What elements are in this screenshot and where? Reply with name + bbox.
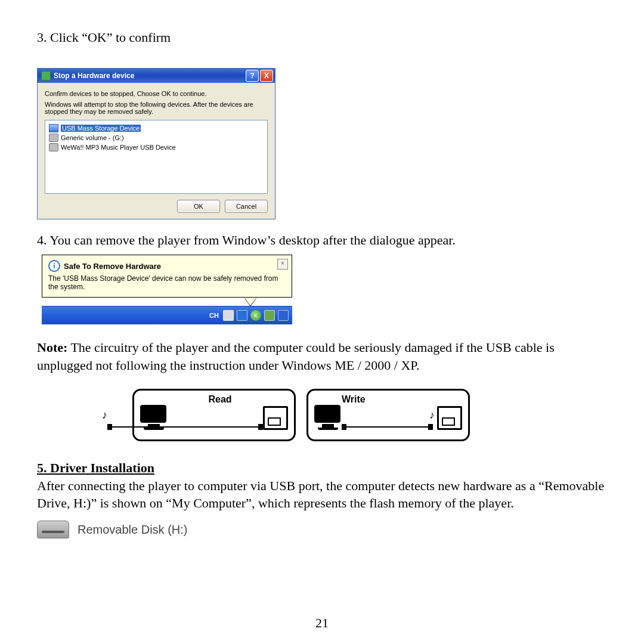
device-list[interactable]: USB Mass Storage Device Generic volume -… <box>45 120 268 194</box>
dialog-titlebar: Stop a Hardware device ? X <box>38 69 275 83</box>
player-device-icon <box>437 406 462 430</box>
info-icon: i <box>48 260 60 272</box>
player-device-icon <box>263 406 288 430</box>
page-number: 21 <box>0 615 644 631</box>
safe-remove-screenshot: i Safe To Remove Hardware × The 'USB Mas… <box>42 255 292 324</box>
dialog-button-row: OK Cancel <box>45 200 268 213</box>
balloon-title: Safe To Remove Hardware <box>64 262 161 271</box>
balloon-tail <box>244 298 256 306</box>
list-item[interactable]: Generic volume - (G:) <box>49 134 264 142</box>
dialog-message-2: Windows will attempt to stop the followi… <box>45 101 268 115</box>
cable-icon <box>342 424 433 430</box>
read-panel: Read ♪ <box>132 389 296 441</box>
note-label: Note: <box>37 340 67 355</box>
tray-expand-icon[interactable]: < <box>250 310 261 321</box>
section-5: 5. Driver Installation After connecting … <box>37 460 608 512</box>
step-3-text: 3. Click “OK” to confirm <box>37 29 608 47</box>
list-item[interactable]: USB Mass Storage Device <box>49 124 264 132</box>
read-label: Read <box>152 394 288 405</box>
manual-page: 3. Click “OK” to confirm Stop a Hardware… <box>0 0 644 644</box>
monitor-icon <box>314 405 342 430</box>
balloon-header: i Safe To Remove Hardware <box>48 260 286 272</box>
usb-device-icon <box>49 124 58 132</box>
help-tray-icon[interactable] <box>237 310 247 321</box>
balloon-body: The 'USB Mass Storage Device' device can… <box>48 274 286 291</box>
write-label: Write <box>342 394 462 405</box>
display-tray-icon[interactable] <box>278 310 289 321</box>
dialog-icon <box>41 71 51 80</box>
cancel-button[interactable]: Cancel <box>225 200 268 213</box>
ime-indicator[interactable]: CH <box>209 312 219 319</box>
balloon-tooltip: i Safe To Remove Hardware × The 'USB Mas… <box>42 255 292 298</box>
step-4-text: 4. You can remove the player from Window… <box>37 231 608 249</box>
keyboard-icon[interactable] <box>223 310 234 321</box>
safely-remove-icon[interactable] <box>264 310 275 321</box>
removable-disk-label: Removable Disk (H:) <box>78 523 187 537</box>
list-item-label: USB Mass Storage Device <box>61 125 141 132</box>
ok-button[interactable]: OK <box>177 200 220 213</box>
titlebar-help-button[interactable]: ? <box>246 70 259 82</box>
section-5-body: After connecting the player to computer … <box>37 477 608 512</box>
note-body: The circuitry of the player and the comp… <box>37 340 555 373</box>
write-panel: Write ♪ <box>306 389 470 441</box>
cable-icon <box>107 424 263 430</box>
section-5-heading: 5. Driver Installation <box>37 460 154 475</box>
list-item-label: WeWa!! MP3 Music Player USB Device <box>61 144 176 151</box>
dialog-message-1: Confirm devices to be stopped, Choose OK… <box>45 90 268 97</box>
stop-hardware-dialog: Stop a Hardware device ? X Confirm devic… <box>37 68 275 219</box>
music-note-icon: ♪ <box>429 409 435 422</box>
dialog-body: Confirm devices to be stopped, Choose OK… <box>38 83 275 219</box>
list-item[interactable]: WeWa!! MP3 Music Player USB Device <box>49 143 264 151</box>
read-write-diagram: Read ♪ Write ♪ <box>132 389 608 441</box>
titlebar-close-button[interactable]: X <box>260 70 273 82</box>
removable-disk-icon <box>37 521 69 538</box>
balloon-close-button[interactable]: × <box>277 259 288 270</box>
volume-icon <box>49 143 58 151</box>
volume-icon <box>49 134 58 142</box>
note-paragraph: Note: The circuitry of the player and th… <box>37 339 608 374</box>
music-note-icon: ♪ <box>102 409 107 422</box>
list-item-label: Generic volume - (G:) <box>61 134 124 141</box>
dialog-title: Stop a Hardware device <box>54 72 244 80</box>
removable-disk-row: Removable Disk (H:) <box>37 521 608 538</box>
taskbar: CH < <box>42 306 292 324</box>
